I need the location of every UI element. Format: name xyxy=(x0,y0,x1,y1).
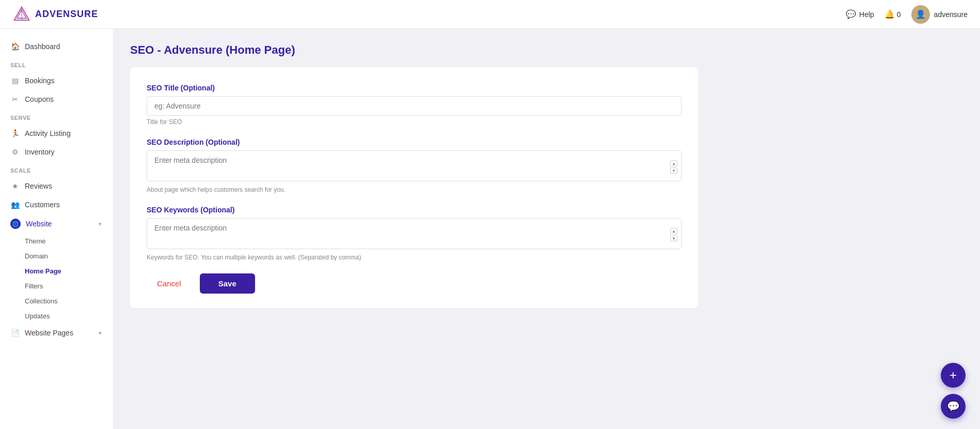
help-label: Help xyxy=(859,10,874,19)
sidebar-item-coupons[interactable]: ✂ Coupons xyxy=(0,90,113,109)
seo-form-card: SEO Title (Optional) Title for SEO SEO D… xyxy=(130,67,698,308)
coupons-label: Coupons xyxy=(25,95,54,103)
sidebar-item-customers[interactable]: 👥 Customers xyxy=(0,195,113,214)
activity-listing-label: Activity Listing xyxy=(25,129,71,137)
seo-description-label: SEO Description (Optional) xyxy=(147,138,682,146)
seo-description-wrapper: ▲ ▼ xyxy=(147,150,682,183)
sidebar-item-activity-listing[interactable]: 🏃 Activity Listing xyxy=(0,124,113,143)
customers-icon: 👥 xyxy=(10,200,20,209)
username: advensure xyxy=(934,10,968,19)
reviews-label: Reviews xyxy=(25,182,52,190)
keywords-spinner: ▲ ▼ xyxy=(670,228,677,241)
seo-description-hint: About page which helps customers search … xyxy=(147,186,682,193)
customers-label: Customers xyxy=(25,201,60,209)
seo-title-group: SEO Title (Optional) Title for SEO xyxy=(147,84,682,126)
seo-title-label: SEO Title (Optional) xyxy=(147,84,682,92)
app-name: ADVENSURE xyxy=(35,9,98,20)
user-menu[interactable]: 👤 advensure xyxy=(911,5,968,24)
seo-title-hint: Title for SEO xyxy=(147,118,682,126)
spinner-up-btn[interactable]: ▲ xyxy=(670,160,677,166)
inventory-label: Inventory xyxy=(25,148,55,156)
bookings-icon: ▤ xyxy=(10,76,20,85)
seo-title-input[interactable] xyxy=(147,96,682,116)
fab-chat-button[interactable]: 💬 xyxy=(941,394,966,419)
fab-add-button[interactable]: + xyxy=(941,363,966,388)
form-actions: Cancel Save xyxy=(147,273,682,294)
dashboard-label: Dashboard xyxy=(25,42,60,51)
cancel-button[interactable]: Cancel xyxy=(147,274,192,293)
keywords-spinner-up-btn[interactable]: ▲ xyxy=(670,228,677,234)
chat-icon: 💬 xyxy=(846,9,856,19)
scale-section-label: Scale xyxy=(0,161,113,177)
sidebar-item-reviews[interactable]: ★ Reviews xyxy=(0,177,113,195)
save-button[interactable]: Save xyxy=(200,273,255,294)
seo-keywords-group: SEO Keywords (Optional) ▲ ▼ Keywords for… xyxy=(147,206,682,261)
website-pages-label: Website Pages xyxy=(25,329,73,337)
website-icon: 🌐 xyxy=(10,219,21,229)
description-spinner: ▲ ▼ xyxy=(670,160,677,174)
spinner-down-btn[interactable]: ▼ xyxy=(670,167,677,174)
seo-description-group: SEO Description (Optional) ▲ ▼ About pag… xyxy=(147,138,682,193)
sidebar-sub-updates[interactable]: Updates xyxy=(25,309,113,324)
page-title: SEO - Advensure (Home Page) xyxy=(130,43,963,57)
seo-keywords-hint: Keywords for SEO. You can multiple keywo… xyxy=(147,254,682,261)
bell-icon: 🔔 xyxy=(884,9,895,19)
sidebar-sub-collections[interactable]: Collections xyxy=(25,294,113,309)
activity-icon: 🏃 xyxy=(10,129,20,138)
sidebar-sub-home-page[interactable]: Home Page xyxy=(25,264,113,279)
serve-section-label: Serve xyxy=(0,109,113,124)
sidebar-item-dashboard[interactable]: 🏠 Dashboard xyxy=(0,37,113,56)
website-submenu: Theme Domain Home Page Filters Collectio… xyxy=(0,234,113,324)
sidebar-item-website[interactable]: 🌐 Website ▼ xyxy=(0,214,113,234)
seo-description-textarea[interactable] xyxy=(147,150,682,181)
help-button[interactable]: 💬 Help xyxy=(846,9,874,19)
website-label: Website xyxy=(26,220,52,228)
sidebar-sub-domain[interactable]: Domain xyxy=(25,249,113,264)
reviews-icon: ★ xyxy=(10,181,20,191)
seo-keywords-label: SEO Keywords (Optional) xyxy=(147,206,682,214)
notification-button[interactable]: 🔔 0 xyxy=(884,9,901,19)
avatar: 👤 xyxy=(911,5,930,24)
chevron-down-icon: ▼ xyxy=(98,221,103,227)
top-nav: ADVENSURE 💬 Help 🔔 0 👤 advensure xyxy=(0,0,980,29)
sell-section-label: Sell xyxy=(0,56,113,71)
notif-count: 0 xyxy=(897,10,901,19)
pages-icon: 📄 xyxy=(10,328,20,338)
logo: ADVENSURE xyxy=(12,5,98,24)
coupons-icon: ✂ xyxy=(10,95,20,104)
layout: 🏠 Dashboard Sell ▤ Bookings ✂ Coupons Se… xyxy=(0,29,980,429)
sidebar-item-inventory[interactable]: ⚙ Inventory xyxy=(0,143,113,161)
sidebar-sub-theme[interactable]: Theme xyxy=(25,234,113,249)
seo-keywords-textarea[interactable] xyxy=(147,218,682,249)
main-content: SEO - Advensure (Home Page) SEO Title (O… xyxy=(114,29,980,429)
sidebar-sub-filters[interactable]: Filters xyxy=(25,279,113,294)
sidebar: 🏠 Dashboard Sell ▤ Bookings ✂ Coupons Se… xyxy=(0,29,114,429)
home-icon: 🏠 xyxy=(10,42,20,51)
chevron-down-icon-pages: ▼ xyxy=(98,330,103,336)
sidebar-item-bookings[interactable]: ▤ Bookings xyxy=(0,71,113,90)
bookings-label: Bookings xyxy=(25,76,55,85)
sidebar-item-website-pages[interactable]: 📄 Website Pages ▼ xyxy=(0,324,113,342)
inventory-icon: ⚙ xyxy=(10,147,20,157)
keywords-spinner-down-btn[interactable]: ▼ xyxy=(670,235,677,241)
top-nav-right: 💬 Help 🔔 0 👤 advensure xyxy=(846,5,968,24)
seo-keywords-wrapper: ▲ ▼ xyxy=(147,218,682,251)
